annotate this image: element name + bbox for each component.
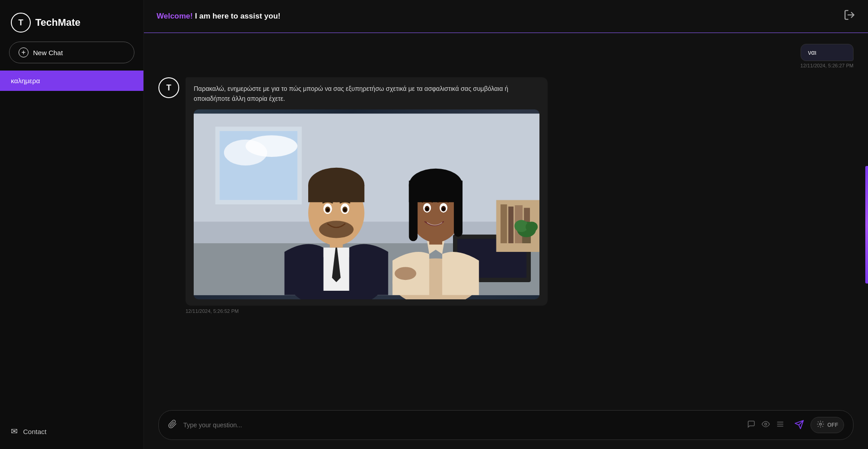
contact-link[interactable]: ✉ Contact (0, 417, 143, 449)
svg-rect-13 (508, 207, 513, 243)
bot-image-container (194, 109, 539, 299)
input-box: OFF (158, 410, 854, 440)
user-message-bubble: ναι (801, 44, 854, 61)
input-area: OFF (144, 404, 868, 449)
svg-point-32 (343, 208, 347, 212)
chat-header: Welcome! I am here to assist you! (144, 0, 868, 33)
svg-point-31 (326, 208, 329, 212)
bot-message-content: Παρακαλώ, ενημερώστε με για το πώς μπορώ… (186, 77, 854, 314)
svg-point-33 (319, 221, 353, 238)
svg-point-19 (525, 222, 538, 232)
svg-rect-40 (409, 180, 463, 202)
user-message: ναι 12/11/2024, 5:26:27 PM (801, 44, 854, 68)
rag-icon (816, 420, 825, 430)
new-chat-button[interactable]: + New Chat (9, 42, 134, 63)
svg-point-47 (395, 267, 416, 280)
chat-bubble-icon[interactable] (747, 420, 755, 430)
bot-avatar: T (158, 77, 179, 98)
logo-icon: T (11, 13, 31, 33)
logout-icon[interactable] (844, 9, 855, 24)
svg-point-45 (425, 208, 429, 211)
bot-message-text: Παρακαλώ, ενημερώστε με για το πώς μπορώ… (194, 85, 508, 102)
svg-point-46 (442, 208, 445, 211)
chat-history: καλημερα (0, 71, 143, 417)
welcome-bold-text: I am here to assist you! (195, 12, 281, 20)
input-icons (747, 420, 784, 430)
message-input[interactable] (183, 421, 741, 429)
user-message-time: 12/11/2024, 5:26:27 PM (801, 63, 854, 68)
logo-text: TechMate (35, 17, 81, 28)
plus-icon: + (19, 47, 29, 57)
rag-toggle[interactable]: OFF (811, 417, 844, 433)
svg-point-52 (820, 423, 822, 425)
new-chat-label: New Chat (33, 49, 63, 57)
svg-rect-26 (308, 185, 364, 202)
bot-image (194, 109, 539, 299)
list-icon[interactable] (776, 420, 784, 430)
bot-message-wrapper: T Παρακαλώ, ενημερώστε με για το πώς μπο… (158, 77, 854, 314)
bot-message-time: 12/11/2024, 5:26:52 PM (186, 308, 854, 314)
contact-label: Contact (23, 428, 47, 435)
chat-history-item[interactable]: καλημερα (0, 71, 143, 91)
rag-label: OFF (827, 422, 838, 428)
bot-message-bubble: Παρακαλώ, ενημερώστε με για το πώς μπορώ… (186, 77, 548, 306)
eye-icon[interactable] (762, 420, 770, 430)
user-message-wrapper: ναι 12/11/2024, 5:26:27 PM (158, 44, 854, 68)
welcome-colored-text: Welcome! (157, 12, 193, 20)
main-area: Welcome! I am here to assist you! ναι 12… (144, 0, 868, 449)
contact-icon: ✉ (11, 426, 18, 436)
svg-point-48 (765, 423, 767, 425)
sidebar-logo: T TechMate (0, 0, 143, 42)
svg-rect-12 (501, 204, 507, 243)
send-button[interactable] (794, 420, 804, 431)
scroll-accent (865, 166, 868, 284)
attach-icon[interactable] (168, 420, 177, 431)
chat-messages: ναι 12/11/2024, 5:26:27 PM T Παρακαλώ, ε… (144, 33, 868, 404)
svg-point-7 (246, 135, 298, 157)
header-welcome: Welcome! I am here to assist you! (157, 12, 281, 21)
sidebar: T TechMate + New Chat καλημερα ✉ Contact (0, 0, 144, 449)
